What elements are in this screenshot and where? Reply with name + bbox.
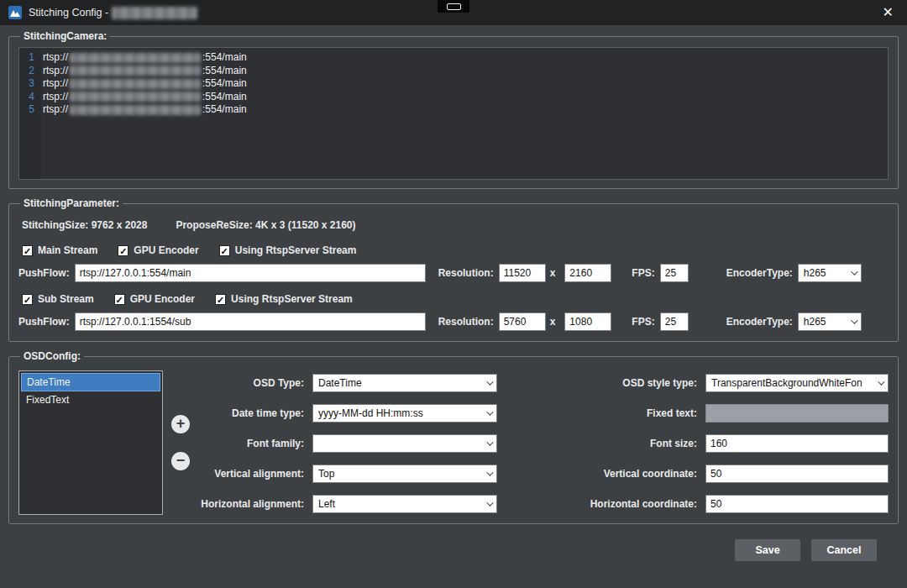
camera-row[interactable]: 2 rtsp:// :554/main <box>19 65 888 78</box>
line-number: 1 <box>19 51 34 65</box>
collapsed-toolbar-tab[interactable] <box>438 0 469 13</box>
sub-encoder-type-select[interactable]: h265 <box>798 312 862 331</box>
url-suffix: :554/main <box>202 77 247 91</box>
horizontal-coordinate-label: Horizontal coordinate: <box>504 498 699 510</box>
fixed-text-input[interactable] <box>705 404 889 423</box>
date-time-type-value: yyyy-MM-dd HH:mm:ss <box>318 407 480 419</box>
osd-style-type-label: OSD style type: <box>504 377 699 389</box>
date-time-type-select[interactable]: yyyy-MM-dd HH:mm:ss <box>312 404 497 423</box>
chevron-down-icon <box>486 408 493 415</box>
gpu-encoder-label-sub: GPU Encoder <box>130 293 195 305</box>
resolution-label: Resolution: <box>438 267 494 279</box>
resolution-x-separator: x <box>550 267 556 279</box>
url-prefix: rtsp:// <box>43 51 68 65</box>
url-prefix: rtsp:// <box>43 65 68 78</box>
main-pushflow-input[interactable] <box>75 264 426 282</box>
stitching-parameter-label: StitchingParameter: <box>20 197 123 209</box>
url-suffix: :554/main <box>202 65 247 78</box>
sub-fps-input[interactable] <box>660 312 689 331</box>
sub-stream-checkbox[interactable]: ✓ Sub Stream <box>22 293 94 305</box>
main-resolution-width-input[interactable] <box>499 264 546 282</box>
checkbox-check-icon[interactable]: ✓ <box>215 294 226 305</box>
vertical-coordinate-label: Vertical coordinate: <box>504 468 699 480</box>
close-button[interactable]: ✕ <box>878 0 899 25</box>
redacted-host <box>70 105 201 115</box>
main-resolution-height-input[interactable] <box>564 264 611 282</box>
gpu-encoder-label: GPU Encoder <box>134 244 198 256</box>
encoder-type-value: h265 <box>804 267 845 279</box>
gpu-encoder-checkbox-sub[interactable]: ✓ GPU Encoder <box>114 293 195 305</box>
osd-style-type-value: TransparentBackgroundWhiteFon <box>711 377 872 389</box>
vertical-coordinate-input[interactable] <box>705 465 889 483</box>
gpu-encoder-checkbox[interactable]: ✓ GPU Encoder <box>118 244 198 256</box>
add-osd-button[interactable]: + <box>171 415 190 433</box>
url-prefix: rtsp:// <box>43 77 68 91</box>
redacted-host <box>70 79 201 89</box>
fps-label: FPS: <box>632 267 654 279</box>
osd-type-select[interactable]: DateTime <box>312 374 497 392</box>
redacted-host <box>70 66 201 76</box>
remove-osd-button[interactable]: − <box>171 452 190 470</box>
main-fps-input[interactable] <box>660 264 689 282</box>
encoder-type-label: EncoderType: <box>726 267 793 279</box>
sub-pushflow-input[interactable] <box>75 312 426 331</box>
line-number: 5 <box>19 103 34 117</box>
app-icon <box>8 6 22 19</box>
url-prefix: rtsp:// <box>43 91 68 104</box>
sub-resolution-width-input[interactable] <box>499 312 546 331</box>
osd-type-label: OSD Type: <box>198 377 306 389</box>
stitching-camera-label: StitchingCamera: <box>20 30 110 42</box>
checkbox-check-icon[interactable]: ✓ <box>118 245 128 256</box>
horizontal-alignment-value: Left <box>318 498 480 510</box>
osd-config-label: OSDConfig: <box>20 350 84 362</box>
url-prefix: rtsp:// <box>43 103 68 117</box>
cancel-button[interactable]: Cancel <box>811 539 877 561</box>
checkbox-check-icon[interactable]: ✓ <box>219 245 230 256</box>
font-size-input[interactable] <box>705 434 889 453</box>
camera-row[interactable]: 1 rtsp:// :554/main <box>19 51 888 65</box>
chevron-down-icon <box>486 378 493 385</box>
vertical-alignment-select[interactable]: Top <box>312 465 497 483</box>
url-suffix: :554/main <box>202 51 247 65</box>
line-number: 3 <box>19 77 34 91</box>
main-stream-checkbox[interactable]: ✓ Main Stream <box>22 244 97 256</box>
sub-resolution-height-input[interactable] <box>564 312 611 331</box>
save-button[interactable]: Save <box>735 539 800 561</box>
rtspserver-stream-checkbox-sub[interactable]: ✓ Using RtspServer Stream <box>215 293 353 305</box>
rtspserver-stream-checkbox[interactable]: ✓ Using RtspServer Stream <box>219 244 357 256</box>
chevron-down-icon <box>486 469 493 475</box>
chevron-down-icon <box>851 268 857 275</box>
checkbox-check-icon[interactable]: ✓ <box>22 294 33 305</box>
chevron-down-icon <box>851 317 857 323</box>
horizontal-coordinate-input[interactable] <box>705 495 889 513</box>
osd-config-group: OSDConfig: DateTime FixedText + − OSD Ty… <box>8 350 899 524</box>
osd-type-value: DateTime <box>318 377 480 389</box>
vertical-alignment-label: Vertical alignment: <box>198 468 306 480</box>
propose-resize-text: ProposeReSize: 4K x 3 (11520 x 2160) <box>176 219 355 231</box>
osd-style-type-select[interactable]: TransparentBackgroundWhiteFon <box>705 374 889 392</box>
osd-listbox[interactable]: DateTime FixedText <box>18 370 163 515</box>
camera-row[interactable]: 5 rtsp:// :554/main <box>19 103 888 117</box>
checkbox-check-icon[interactable]: ✓ <box>114 294 125 305</box>
camera-row[interactable]: 4 rtsp:// :554/main <box>19 91 888 104</box>
resolution-x-separator: x <box>550 316 556 328</box>
camera-row[interactable]: 3 rtsp:// :554/main <box>19 77 888 91</box>
osd-list-item-fixedtext[interactable]: FixedText <box>21 391 160 410</box>
chevron-down-icon <box>878 378 884 385</box>
osd-list-item-datetime[interactable]: DateTime <box>21 373 160 391</box>
fps-label-sub: FPS: <box>632 316 654 328</box>
vertical-alignment-value: Top <box>318 468 480 480</box>
main-encoder-type-select[interactable]: h265 <box>798 264 862 282</box>
checkbox-check-icon[interactable]: ✓ <box>22 245 33 256</box>
stitching-size-text: StitchingSize: 9762 x 2028 <box>22 219 147 231</box>
font-family-select[interactable] <box>312 434 497 453</box>
pushflow-label: PushFlow: <box>18 267 70 279</box>
rtspserver-stream-label: Using RtspServer Stream <box>235 244 357 256</box>
horizontal-alignment-label: Horizontal alignment: <box>198 498 306 510</box>
sub-stream-label: Sub Stream <box>38 293 94 305</box>
redacted-host <box>70 53 201 63</box>
horizontal-alignment-select[interactable]: Left <box>312 495 497 513</box>
camera-list[interactable]: 1 rtsp:// :554/main 2 rtsp:// :554/main … <box>18 47 889 180</box>
line-number: 4 <box>19 91 34 104</box>
resolution-label-sub: Resolution: <box>438 316 494 328</box>
